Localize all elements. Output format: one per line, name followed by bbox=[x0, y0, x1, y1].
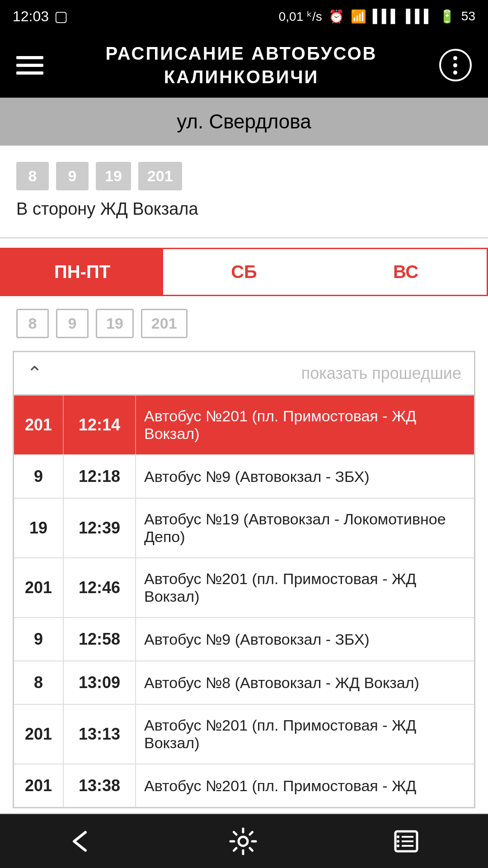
cell-description: Автобус №9 (Автовокзал - ЗБХ) bbox=[136, 618, 474, 660]
cell-route: 9 bbox=[14, 455, 64, 498]
list-button[interactable] bbox=[392, 827, 421, 856]
status-time: 12:03 bbox=[13, 8, 49, 25]
screenshot-icon: ▢ bbox=[54, 8, 68, 25]
cell-description: Автобус №201 (пл. Примостовая - ЖД Вокза… bbox=[136, 705, 474, 764]
day-tabs: ПН-ПТСБВС bbox=[0, 248, 488, 296]
menu-button[interactable] bbox=[16, 56, 43, 75]
filter-badge-19[interactable]: 19 bbox=[96, 309, 134, 338]
table-row: 20113:13Автобус №201 (пл. Примостовая - … bbox=[14, 705, 474, 764]
tab-sunday[interactable]: ВС bbox=[325, 249, 487, 295]
cell-route: 201 bbox=[14, 558, 64, 617]
cell-description: Автобус №19 (Автовокзал - Локомотивное Д… bbox=[136, 499, 474, 557]
street-label: ул. Свердлова bbox=[0, 98, 488, 146]
filter-badge-8[interactable]: 8 bbox=[16, 309, 49, 338]
divider bbox=[0, 237, 488, 239]
status-bar: 12:03 ▢ 0,01 ᵏ/s ⏰ 📶 ▌▌▌ ▌▌▌ 🔋 53 bbox=[0, 0, 488, 33]
cell-time: 13:38 bbox=[64, 764, 136, 807]
cell-description: Автобус №201 (пл. Примостовая - ЖД Вокза… bbox=[136, 558, 474, 617]
route-badge-8[interactable]: 8 bbox=[16, 162, 49, 190]
app-title: РАСПИСАНИЕ АВТОБУСОВ КАЛИНКОВИЧИ bbox=[106, 42, 377, 89]
cell-route: 201 bbox=[14, 396, 64, 454]
direction-label: В сторону ЖД Вокзала bbox=[16, 199, 472, 219]
signal-icon: ▌▌▌ bbox=[373, 9, 400, 24]
cell-time: 13:13 bbox=[64, 705, 136, 764]
signal-icon2: ▌▌▌ bbox=[406, 9, 433, 24]
cell-time: 12:18 bbox=[64, 455, 136, 498]
filter-badge-201[interactable]: 201 bbox=[141, 309, 188, 338]
battery-level: 53 bbox=[461, 9, 475, 24]
wifi-icon: 📶 bbox=[351, 9, 366, 24]
cell-time: 13:09 bbox=[64, 661, 136, 704]
route-badge-19[interactable]: 19 bbox=[96, 162, 131, 190]
app-header: РАСПИСАНИЕ АВТОБУСОВ КАЛИНКОВИЧИ bbox=[0, 33, 488, 98]
table-row: 20113:38Автобус №201 (пл. Примостовая - … bbox=[14, 764, 474, 807]
cell-description: Автобус №201 (пл. Примостовая - ЖД bbox=[136, 764, 474, 807]
route-badges-section: 8919201 В сторону ЖД Вокзала bbox=[0, 146, 488, 228]
svg-point-5 bbox=[397, 835, 399, 838]
cell-route: 8 bbox=[14, 661, 64, 704]
filter-section: 8919201 bbox=[0, 296, 488, 351]
filter-badge-9[interactable]: 9 bbox=[56, 309, 89, 338]
route-badge-9[interactable]: 9 bbox=[56, 162, 89, 190]
schedule-table-header: ⌃ показать прошедшие bbox=[14, 352, 474, 396]
svg-point-6 bbox=[397, 840, 399, 843]
table-row: 912:58Автобус №9 (Автовокзал - ЗБХ) bbox=[14, 618, 474, 661]
schedule-rows-container: 20112:14Автобус №201 (пл. Примостовая - … bbox=[14, 396, 474, 807]
show-past-label[interactable]: показать прошедшие bbox=[301, 364, 461, 383]
settings-button[interactable] bbox=[229, 827, 258, 856]
status-speed: 0,01 ᵏ/s bbox=[279, 9, 322, 24]
collapse-icon[interactable]: ⌃ bbox=[27, 362, 42, 384]
cell-description: Автобус №9 (Автовокзал - ЗБХ) bbox=[136, 455, 474, 498]
cell-route: 19 bbox=[14, 499, 64, 557]
cell-time: 12:39 bbox=[64, 499, 136, 557]
cell-route: 9 bbox=[14, 618, 64, 660]
cell-description: Автобус №201 (пл. Примостовая - ЖД Вокза… bbox=[136, 396, 474, 454]
table-row: 1912:39Автобус №19 (Автовокзал - Локомот… bbox=[14, 499, 474, 558]
schedule-table: ⌃ показать прошедшие 20112:14Автобус №20… bbox=[13, 351, 475, 808]
route-badges: 8919201 bbox=[16, 162, 472, 190]
table-row: 20112:46Автобус №201 (пл. Примостовая - … bbox=[14, 558, 474, 618]
table-row: 20112:14Автобус №201 (пл. Примостовая - … bbox=[14, 396, 474, 455]
more-options-button[interactable] bbox=[439, 49, 472, 81]
cell-time: 12:46 bbox=[64, 558, 136, 617]
svg-point-0 bbox=[239, 837, 248, 846]
cell-time: 12:58 bbox=[64, 618, 136, 660]
table-row: 813:09Автобус №8 (Автовокзал - ЖД Вокзал… bbox=[14, 661, 474, 705]
clock-icon: ⏰ bbox=[328, 9, 344, 24]
tab-saturday[interactable]: СБ bbox=[163, 249, 325, 295]
filter-badges: 8919201 bbox=[16, 309, 472, 338]
bottom-nav bbox=[0, 814, 488, 868]
cell-description: Автобус №8 (Автовокзал - ЖД Вокзал) bbox=[136, 661, 474, 704]
back-button[interactable] bbox=[67, 828, 94, 855]
cell-time: 12:14 bbox=[64, 396, 136, 454]
battery-icon: 🔋 bbox=[439, 9, 455, 24]
table-row: 912:18Автобус №9 (Автовокзал - ЗБХ) bbox=[14, 455, 474, 499]
route-badge-201[interactable]: 201 bbox=[138, 162, 182, 190]
svg-point-7 bbox=[397, 844, 399, 847]
cell-route: 201 bbox=[14, 764, 64, 807]
tab-weekdays[interactable]: ПН-ПТ bbox=[1, 249, 163, 295]
cell-route: 201 bbox=[14, 705, 64, 764]
